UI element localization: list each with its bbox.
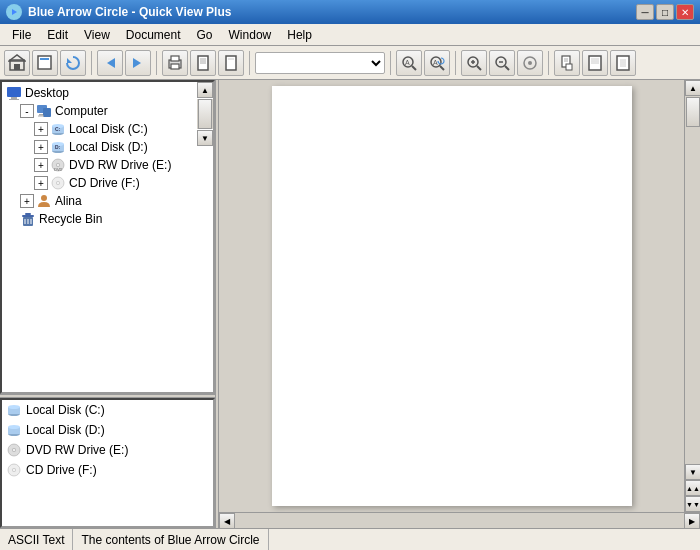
- svg-rect-49: [11, 97, 17, 99]
- menu-document[interactable]: Document: [118, 26, 189, 44]
- file-local-c-label: Local Disk (C:): [26, 403, 105, 417]
- close-button[interactable]: ✕: [676, 4, 694, 20]
- maximize-button[interactable]: □: [656, 4, 674, 20]
- tree-scrollbar[interactable]: ▲ ▼: [197, 82, 213, 392]
- computer-icon: [36, 103, 52, 119]
- computer-expand[interactable]: -: [20, 104, 34, 118]
- svg-text:A: A: [405, 59, 410, 66]
- tree-scroll-up[interactable]: ▲: [197, 82, 213, 98]
- viewer-area: [219, 80, 684, 512]
- svg-point-85: [13, 449, 15, 451]
- viewer-scroll-left[interactable]: ◀: [219, 513, 235, 529]
- left-panel: Desktop - Computer: [0, 80, 215, 528]
- viewer-scroll-thumb-v[interactable]: [686, 97, 700, 127]
- tree-item-local-c[interactable]: + C: Local Disk (C:): [4, 120, 211, 138]
- svg-marker-10: [133, 58, 141, 68]
- svg-rect-38: [566, 64, 572, 70]
- local-d-icon: D:: [50, 139, 66, 155]
- viewer-page: [272, 86, 632, 506]
- alina-expand[interactable]: +: [20, 194, 34, 208]
- menu-file[interactable]: File: [4, 26, 39, 44]
- status-right: The contents of Blue Arrow Circle: [73, 529, 268, 550]
- viewer-scroll-right[interactable]: ▶: [684, 513, 700, 529]
- svg-point-70: [41, 195, 47, 201]
- dvd-e-label: DVD RW Drive (E:): [69, 158, 171, 172]
- viewer-scroll-prev-page[interactable]: ▲▲: [685, 480, 700, 496]
- dvd-e-expand[interactable]: +: [34, 158, 48, 172]
- page-button[interactable]: [554, 50, 580, 76]
- zoom-in-button[interactable]: [461, 50, 487, 76]
- menu-window[interactable]: Window: [221, 26, 280, 44]
- svg-line-24: [440, 66, 444, 70]
- address-dropdown[interactable]: [255, 52, 385, 74]
- info-button[interactable]: [610, 50, 636, 76]
- menu-go[interactable]: Go: [189, 26, 221, 44]
- menu-view[interactable]: View: [76, 26, 118, 44]
- tree-item-cd-f[interactable]: + CD Drive (F:): [4, 174, 211, 192]
- svg-text:DVD: DVD: [54, 167, 63, 172]
- svg-rect-50: [9, 99, 19, 100]
- file-item-local-d[interactable]: Local Disk (D:): [2, 420, 213, 440]
- local-c-expand[interactable]: +: [34, 122, 48, 136]
- svg-text:C:: C:: [55, 126, 61, 132]
- menu-help[interactable]: Help: [279, 26, 320, 44]
- file-local-c-icon: [6, 402, 22, 418]
- svg-point-65: [57, 164, 59, 166]
- cd-f-expand[interactable]: +: [34, 176, 48, 190]
- print2-button[interactable]: [190, 50, 216, 76]
- title-bar: Blue Arrow Circle - Quick View Plus ─ □ …: [0, 0, 700, 24]
- toolbar-sep-4: [390, 51, 391, 75]
- forward-button[interactable]: [125, 50, 151, 76]
- viewer-scroll-up[interactable]: ▲: [685, 80, 700, 96]
- print3-button[interactable]: [218, 50, 244, 76]
- cd-f-label: CD Drive (F:): [69, 176, 140, 190]
- search-again-button[interactable]: A: [424, 50, 450, 76]
- tree-item-local-d[interactable]: + D: Local Disk (D:): [4, 138, 211, 156]
- svg-marker-8: [107, 58, 115, 68]
- local-c-label: Local Disk (C:): [69, 122, 148, 136]
- file-item-dvd-e[interactable]: DVD RW Drive (E:): [2, 440, 213, 460]
- viewer-scroll-next-page[interactable]: ▼▼: [685, 496, 700, 512]
- svg-text:D:: D:: [55, 144, 61, 150]
- tree-item-desktop[interactable]: Desktop: [4, 84, 211, 102]
- search-button[interactable]: A: [396, 50, 422, 76]
- recycle-label: Recycle Bin: [39, 212, 102, 226]
- local-d-expand[interactable]: +: [34, 140, 48, 154]
- file-item-local-c[interactable]: Local Disk (C:): [2, 400, 213, 420]
- refresh-button[interactable]: [60, 50, 86, 76]
- viewer-scrollbar-h: ◀ ▶: [219, 512, 700, 528]
- back-button[interactable]: [97, 50, 123, 76]
- new-window-button[interactable]: [32, 50, 58, 76]
- tree-scroll-thumb[interactable]: [198, 99, 212, 129]
- home-button[interactable]: [4, 50, 30, 76]
- zoom-fit-button[interactable]: [517, 50, 543, 76]
- files-panel: Local Disk (C:) Local Disk (D:): [0, 398, 215, 528]
- menu-edit[interactable]: Edit: [39, 26, 76, 44]
- svg-point-82: [8, 425, 20, 429]
- svg-marker-1: [12, 9, 17, 15]
- svg-rect-12: [171, 56, 179, 61]
- tree-item-dvd-e[interactable]: + DVD DVD RW Drive (E:): [4, 156, 211, 174]
- computer-label: Computer: [55, 104, 108, 118]
- page2-button[interactable]: [582, 50, 608, 76]
- svg-rect-6: [40, 58, 49, 60]
- svg-rect-43: [617, 56, 629, 70]
- file-cd-f-label: CD Drive (F:): [26, 463, 97, 477]
- zoom-out-button[interactable]: [489, 50, 515, 76]
- tree-panel: Desktop - Computer: [0, 80, 215, 394]
- viewer-scroll-track-h: [235, 513, 684, 528]
- svg-rect-73: [25, 213, 31, 215]
- tree-item-recycle[interactable]: Recycle Bin: [4, 210, 211, 228]
- file-item-cd-f[interactable]: CD Drive (F:): [2, 460, 213, 480]
- tree-item-computer[interactable]: - Computer: [4, 102, 211, 120]
- window-title: Blue Arrow Circle - Quick View Plus: [28, 5, 231, 19]
- print-button[interactable]: [162, 50, 188, 76]
- minimize-button[interactable]: ─: [636, 4, 654, 20]
- tree-scroll-down[interactable]: ▼: [197, 130, 213, 146]
- toolbar-sep-3: [249, 51, 250, 75]
- file-dvd-e-icon: [6, 442, 22, 458]
- menu-bar: File Edit View Document Go Window Help: [0, 24, 700, 46]
- viewer-scroll-down[interactable]: ▼: [685, 464, 700, 480]
- tree-item-alina[interactable]: + Alina: [4, 192, 211, 210]
- svg-line-31: [505, 66, 509, 70]
